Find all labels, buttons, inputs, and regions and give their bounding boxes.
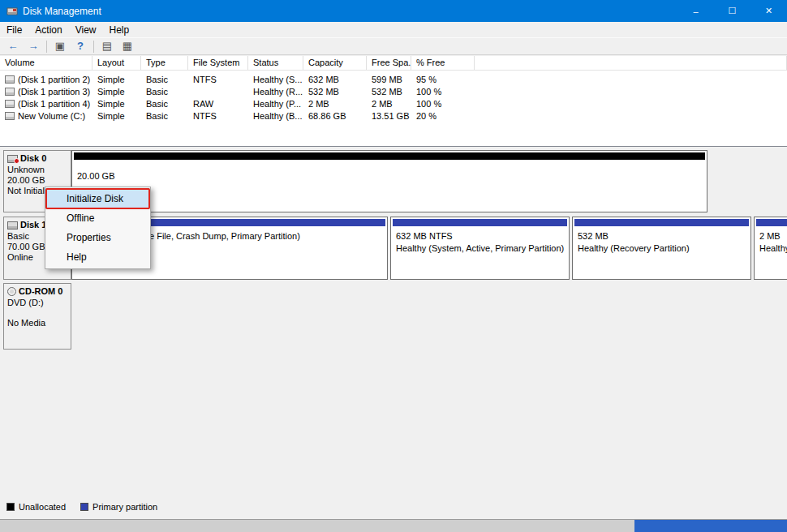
disk0-region-size: 20.00 GB [72, 170, 707, 182]
volume-row-disk1-partition4[interactable]: (Disk 1 partition 4) Simple Basic RAW He… [0, 97, 787, 109]
volume-row-disk1-partition2[interactable]: (Disk 1 partition 2) Simple Basic NTFS H… [0, 73, 787, 85]
pct-free-cell: 100 % [411, 99, 475, 109]
column-header-layout[interactable]: Layout [92, 56, 141, 70]
column-header-pct-free[interactable]: % Free [411, 56, 475, 70]
menu-help[interactable]: Help [103, 22, 136, 37]
toolbar-separator [93, 41, 94, 53]
volume-row-new-volume-c[interactable]: New Volume (C:) Simple Basic NTFS Health… [0, 109, 787, 122]
column-header-status[interactable]: Status [248, 56, 303, 70]
capacity-cell: 532 MB [303, 87, 367, 97]
cd-rom-icon [7, 287, 16, 296]
column-header-type[interactable]: Type [141, 56, 188, 70]
back-icon[interactable]: ← [6, 39, 20, 54]
disk0-name-row: Disk 0 [7, 153, 67, 164]
column-header-capacity[interactable]: Capacity [303, 56, 367, 70]
volume-icon [5, 112, 15, 120]
legend-bar: Unallocated Primary partition [0, 496, 787, 517]
console-tree-icon[interactable]: ▣ [53, 39, 67, 54]
file-system-cell: NTFS [188, 75, 248, 84]
pct-free-cell: 100 % [411, 87, 475, 97]
cdrom-media-status: No Media [7, 318, 67, 328]
cdrom-panel[interactable]: CD-ROM 0 DVD (D:) No Media [3, 283, 71, 350]
layout-cell: Simple [92, 111, 141, 121]
graph-view-icon[interactable]: ▦ [120, 39, 135, 54]
cdrom-drive-letter: DVD (D:) [7, 298, 67, 308]
window-controls: – ☐ ✕ [677, 0, 787, 22]
file-system-cell: NTFS [188, 111, 248, 121]
volume-name: New Volume (C:) [18, 111, 85, 121]
partition2-size: 632 MB NTFS [391, 230, 569, 242]
column-header-volume[interactable]: Volume [0, 56, 92, 70]
pct-free-cell: 20 % [411, 111, 475, 121]
layout-cell: Simple [92, 87, 141, 97]
volume-list-pane: Volume Layout Type File System Status Ca… [0, 56, 787, 147]
menu-view[interactable]: View [69, 22, 103, 37]
type-cell: Basic [141, 99, 188, 109]
app-icon [6, 6, 18, 17]
toolbar-separator [46, 41, 47, 53]
legend-primary-partition: Primary partition [80, 502, 157, 512]
volume-icon [5, 88, 15, 96]
details-view-icon[interactable]: ▤ [100, 39, 114, 54]
unallocated-band [74, 152, 705, 160]
menu-file[interactable]: File [0, 22, 28, 37]
context-menu-item-properties[interactable]: Properties [47, 228, 148, 247]
partition2-status: Healthy (System, Active, Primary Partiti… [391, 242, 569, 255]
disk0-type: Unknown [7, 165, 67, 175]
disk-icon [7, 221, 18, 230]
free-space-cell: 2 MB [367, 99, 411, 109]
close-button[interactable]: ✕ [750, 0, 787, 22]
toolbar: ← → ▣ ? ▤ ▦ [0, 37, 787, 55]
disk-management-window: Disk Management – ☐ ✕ File Action View H… [0, 0, 787, 519]
type-cell: Basic [141, 87, 188, 97]
free-space-cell: 599 MB [367, 75, 411, 84]
bottom-strip-blue-segment [634, 520, 787, 532]
disk1-partition3-region[interactable]: 532 MB Healthy (Recovery Partition) [572, 217, 751, 280]
minimize-button[interactable]: – [677, 0, 714, 22]
type-cell: Basic [141, 111, 188, 121]
volume-name: (Disk 1 partition 3) [18, 87, 90, 97]
volume-cell: (Disk 1 partition 2) [0, 75, 92, 84]
primary-partition-band [393, 219, 567, 226]
disk0-unallocated-region[interactable]: 20.00 GB [71, 150, 707, 212]
capacity-cell: 68.86 GB [303, 111, 367, 121]
legend-unallocated-label: Unallocated [19, 502, 66, 512]
bottom-strip [0, 519, 787, 532]
disk-icon [7, 155, 18, 163]
disk-error-icon [14, 158, 19, 164]
capacity-cell: 2 MB [303, 99, 367, 109]
menu-action[interactable]: Action [28, 22, 68, 37]
column-header-free-space[interactable]: Free Spa... [367, 56, 411, 70]
partition4-size: 2 MB [755, 230, 787, 242]
partition3-status: Healthy (Recovery Partition) [573, 242, 750, 255]
cdrom-name-row: CD-ROM 0 [7, 286, 67, 297]
volume-row-disk1-partition3[interactable]: (Disk 1 partition 3) Simple Basic Health… [0, 85, 787, 97]
volume-table-body: (Disk 1 partition 2) Simple Basic NTFS H… [0, 71, 787, 122]
layout-cell: Simple [92, 75, 141, 84]
forward-icon[interactable]: → [26, 39, 41, 54]
volume-icon [5, 100, 15, 108]
legend-primary-partition-label: Primary partition [92, 502, 157, 512]
cdrom-row: CD-ROM 0 DVD (D:) No Media [0, 283, 787, 350]
disk1-partition4-region[interactable]: 2 MB Healthy [754, 217, 787, 280]
cdrom-name: CD-ROM 0 [19, 286, 62, 297]
window-title: Disk Management [23, 6, 101, 17]
volume-table-header: Volume Layout Type File System Status Ca… [0, 56, 787, 71]
disk1-partition2-region[interactable]: 632 MB NTFS Healthy (System, Active, Pri… [390, 217, 570, 280]
type-cell: Basic [141, 75, 188, 84]
layout-cell: Simple [92, 99, 141, 109]
context-menu-item-help[interactable]: Help [47, 247, 148, 267]
maximize-button[interactable]: ☐ [714, 0, 750, 22]
disk0-name: Disk 0 [20, 153, 46, 164]
primary-partition-band [574, 219, 749, 226]
disk1-name: Disk 1 [20, 220, 46, 230]
disk0-size: 20.00 GB [7, 175, 67, 186]
help-icon[interactable]: ? [73, 39, 88, 54]
column-header-file-system[interactable]: File System [188, 56, 248, 70]
volume-cell: New Volume (C:) [0, 111, 92, 121]
status-cell: Healthy (S... [248, 75, 303, 84]
context-menu-item-initialize-disk[interactable]: Initialize Disk [47, 189, 148, 208]
context-menu-item-offline[interactable]: Offline [47, 208, 148, 228]
partition3-size: 532 MB [573, 230, 750, 242]
unallocated-swatch-icon [6, 503, 15, 511]
